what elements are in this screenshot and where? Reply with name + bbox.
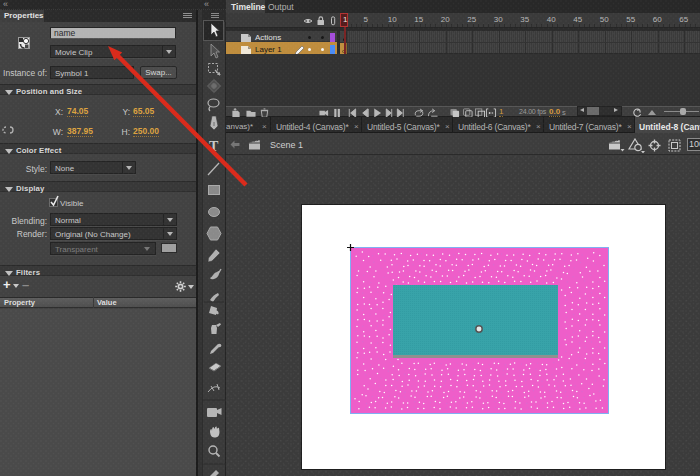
svg-text:T: T xyxy=(209,139,219,154)
